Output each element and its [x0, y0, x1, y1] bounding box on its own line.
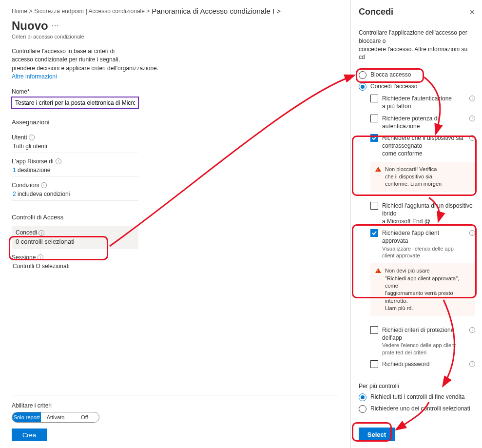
- conditions-label[interactable]: Condizioni i: [12, 182, 339, 189]
- conditions-value-text: includeva condizioni: [18, 191, 70, 197]
- radio-block-access[interactable]: Blocca accesso: [359, 71, 475, 79]
- check-sublink[interactable]: Visualizzare l'elenco delle app client a…: [382, 245, 465, 260]
- grant-count: 0: [16, 238, 19, 245]
- grant-block[interactable]: Concedi i 0 controlli selezionati: [12, 226, 138, 250]
- check-label: Richiedi l'aggiunta di un dispositivo ib…: [382, 202, 475, 217]
- info-icon[interactable]: i: [469, 327, 475, 333]
- radio-grant-access[interactable]: Concedi l'accesso: [359, 83, 475, 91]
- apps-count: 1: [13, 167, 16, 174]
- grant-panel: Concedi ✕ Controllare l'applicazione del…: [350, 0, 482, 448]
- info-icon[interactable]: i: [469, 116, 475, 121]
- breadcrumb-security[interactable]: Sicurezza endpoint | Accesso condizional…: [34, 8, 150, 15]
- select-button[interactable]: Select: [359, 428, 395, 441]
- warning-text: l'aggiornamento verrà presto interrotto.: [385, 290, 470, 305]
- check-hybrid-join[interactable]: Richiedi l'aggiunta di un dispositivo ib…: [370, 202, 475, 226]
- intro-line: prendere decisioni e applicare criteri d…: [12, 64, 187, 73]
- panel-intro: Controllare l'applicazione dell'accesso …: [359, 29, 475, 61]
- info-icon[interactable]: i: [39, 230, 44, 236]
- warning-text: Liam più rd.: [385, 305, 470, 312]
- multi-controls-header: Per più controlli: [359, 383, 475, 390]
- info-icon[interactable]: i: [469, 230, 475, 236]
- radio-icon: [359, 405, 366, 413]
- toggle-off[interactable]: Off: [70, 412, 99, 422]
- grant-value-text: controlli selezionati: [21, 238, 75, 245]
- checkbox-icon: [370, 202, 378, 210]
- apps-value-text: destinazione: [18, 167, 50, 174]
- enable-policy-label: Abilitare i criteri: [12, 402, 339, 409]
- check-label: Richiedere che il dispositivo sia contra…: [382, 134, 465, 150]
- warning-icon: [375, 167, 381, 172]
- assignments-header: Assegnazioni: [12, 118, 339, 129]
- check-app-protection[interactable]: Richiedi criteri di protezione dell'app …: [370, 326, 475, 356]
- check-sublink[interactable]: Vedere l'elenco delle app client prate t…: [382, 342, 465, 356]
- info-icon[interactable]: i: [41, 182, 47, 188]
- checkbox-icon: [370, 134, 378, 142]
- users-value[interactable]: Tutti gli utenti: [12, 143, 138, 153]
- breadcrumb-home[interactable]: Home >: [12, 8, 32, 15]
- warning-approved-client: Non devi più usare "Richiedi app client …: [370, 263, 475, 316]
- users-label[interactable]: Utenti i: [12, 134, 339, 141]
- checkbox-icon: [370, 229, 378, 237]
- main-footer: Abilitare i criteri Solo report Attivato…: [12, 395, 339, 441]
- session-label[interactable]: Sessione i: [12, 254, 339, 261]
- warning-text: conforme. Liam morgen: [385, 180, 442, 188]
- page-title: Nuovo: [12, 19, 48, 33]
- radio-label: Blocca accesso: [370, 71, 411, 78]
- radio-require-all[interactable]: Richiedi tutti i controlli di fine vendi…: [359, 393, 475, 401]
- panel-title: Concedi: [359, 7, 393, 17]
- checkbox-icon: [370, 326, 378, 334]
- intro-line: Controllare l'accesso in base ai criteri…: [12, 47, 187, 56]
- warning-text: "Richiedi app client approvata", come: [385, 275, 470, 290]
- check-require-mfa[interactable]: Richiedere l'autenticazione a più fattor…: [370, 95, 475, 110]
- check-auth-strength[interactable]: Richiedere potenza di autenticazione i: [370, 115, 475, 130]
- check-label: Richiedere potenza di: [382, 115, 465, 122]
- check-label: a Microsoft End @: [382, 217, 475, 225]
- info-icon[interactable]: i: [469, 135, 475, 141]
- info-icon[interactable]: i: [29, 135, 35, 140]
- check-label: Richiedere l'autenticazione: [382, 95, 465, 102]
- check-label: Richiedi criteri di protezione dell'app: [382, 326, 465, 342]
- breadcrumb-current: Panoramica di Accesso condizionale I >: [152, 7, 281, 15]
- toggle-on[interactable]: Attivato: [41, 412, 70, 422]
- radio-label: Concedi l'accesso: [370, 83, 417, 90]
- apps-label[interactable]: L'app Risorse di i: [12, 158, 339, 165]
- create-button[interactable]: Crea: [12, 429, 47, 441]
- grant-label: Concedi: [16, 229, 37, 236]
- warning-text: che il dispositivo sia: [385, 173, 442, 180]
- conditions-value[interactable]: 2 includeva condizioni: [12, 191, 138, 201]
- toggle-report-only[interactable]: Solo report: [12, 412, 41, 422]
- radio-icon: [359, 83, 366, 91]
- access-controls-header: Controlli di Access: [12, 214, 339, 224]
- breadcrumb: Home > Sicurezza endpoint | Accesso cond…: [12, 7, 339, 15]
- check-label: Richiedere l'app client approvata: [382, 229, 465, 245]
- panel-intro-line: concedere l'accesso. Altre informazioni …: [359, 45, 475, 62]
- check-device-compliant[interactable]: Richiedere che il dispositivo sia contra…: [370, 134, 475, 158]
- info-icon[interactable]: i: [469, 96, 475, 101]
- close-icon[interactable]: ✕: [469, 8, 475, 16]
- checkbox-icon: [370, 115, 378, 122]
- radio-label: Richiedi tutti i controlli di fine vendi…: [370, 393, 464, 400]
- check-label: autenticazione: [382, 122, 465, 130]
- apps-value[interactable]: 1 destinazione: [12, 167, 138, 177]
- check-password[interactable]: Richiedi password i: [370, 360, 475, 368]
- name-label: Nome*: [12, 88, 339, 95]
- main-column: Home > Sicurezza endpoint | Accesso cond…: [0, 0, 350, 448]
- apps-label-text: L'app Risorse di: [12, 158, 54, 165]
- info-icon[interactable]: i: [469, 361, 475, 367]
- radio-require-one[interactable]: Richiedere uno dei controlli selezionati: [359, 405, 475, 413]
- check-label: Richiedi password: [382, 360, 465, 368]
- learn-more-link[interactable]: Altre informazioni: [12, 73, 187, 81]
- radio-icon: [359, 71, 366, 79]
- intro-text: Controllare l'accesso in base ai criteri…: [12, 47, 187, 81]
- checkbox-icon: [370, 95, 378, 102]
- warning-text: Non devi più usare: [385, 267, 470, 274]
- conditions-count: 2: [13, 191, 16, 197]
- info-icon[interactable]: i: [56, 158, 61, 164]
- radio-label: Richiedere uno dei controlli selezionati: [370, 405, 470, 412]
- enable-policy-toggle[interactable]: Solo report Attivato Off: [12, 412, 99, 423]
- warning-compliant: Non bloccarti! Verifica che il dispositi…: [370, 162, 475, 192]
- check-approved-client[interactable]: Richiedere l'app client approvata Visual…: [370, 229, 475, 259]
- session-value[interactable]: Controlli O selezionati: [12, 263, 138, 273]
- info-icon[interactable]: i: [38, 254, 43, 260]
- policy-name-input[interactable]: [12, 97, 138, 109]
